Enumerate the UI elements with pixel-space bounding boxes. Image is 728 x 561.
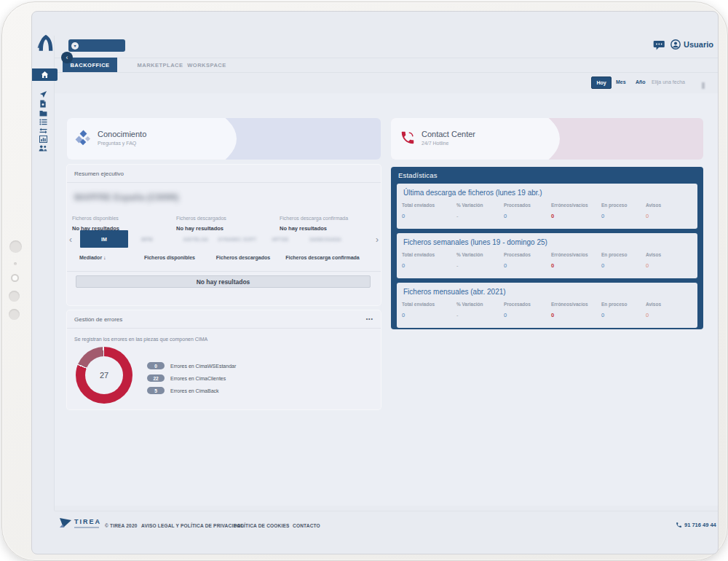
metric: Procesados0 <box>504 203 531 219</box>
footer-link-legal[interactable]: AVISO LEGAL Y POLÍTICA DE PRIVACIDAD <box>141 523 244 528</box>
metric: En proceso0 <box>601 302 627 318</box>
metric-value: - <box>456 312 483 318</box>
users-icon <box>39 145 47 152</box>
stats-section-daily: Última descarga de ficheros (lunes 19 ab… <box>397 184 697 229</box>
legend-badge: 0 <box>147 362 165 369</box>
metric-value: 0 <box>551 312 588 318</box>
errors-donut: 27 <box>76 347 132 404</box>
date-input[interactable]: Elija una fecha <box>652 79 685 85</box>
vendor-tab-active[interactable]: IM <box>80 230 128 248</box>
metric: % Variación- <box>456 302 483 318</box>
panel-menu-button[interactable]: ••• <box>366 316 373 321</box>
estadisticas-title: Estadísticas <box>398 171 438 179</box>
sidebar-item-users[interactable] <box>35 143 51 153</box>
chat-button[interactable] <box>653 40 665 51</box>
metric: Avisos0 <box>646 203 661 219</box>
errors-legend: 0 Errores en CimaWSEstandar 22 Errores e… <box>147 361 236 399</box>
checklist-icon <box>39 119 47 125</box>
donut-total: 27 <box>85 356 123 394</box>
phone-hotline-icon <box>400 130 416 149</box>
metric: Procesados0 <box>504 252 531 269</box>
legend-badge: 22 <box>147 374 165 382</box>
metric: En proceso0 <box>601 203 627 219</box>
metric: Total enviados0 <box>402 252 435 269</box>
metric: Avisos0 <box>646 302 661 318</box>
date-filter-month-button[interactable]: Mes <box>616 79 626 85</box>
metric: Erróneos/vacíos0 <box>551 302 588 318</box>
stats-section-title: Ficheros semanales (lunes 19 - domingo 2… <box>403 238 547 246</box>
footer-tirea-logo[interactable]: TIREA <box>60 518 101 528</box>
summary-column-label: Ficheros descarga confirmada <box>280 216 348 221</box>
date-filter-today-button[interactable]: Hoy <box>591 76 612 89</box>
sidebar-item-home[interactable] <box>32 68 58 81</box>
tabbar-divider <box>54 72 718 73</box>
metric-value: 0 <box>646 213 661 219</box>
conocimiento-card[interactable]: Conocimiento Preguntas y FAQ <box>67 118 381 160</box>
footer-link-contacto[interactable]: CONTACTO <box>293 523 320 528</box>
vendor-tab-blurred[interactable]: DYNAMIC SOFT <box>218 237 256 242</box>
contact-center-card[interactable]: Contact Center 24/7 Hotline <box>391 118 703 160</box>
conocimiento-subtitle: Preguntas y FAQ <box>98 141 136 146</box>
legend-row: 0 Errores en CimaWSEstandar <box>147 361 236 370</box>
user-label: Usuario <box>684 40 713 49</box>
metric: Erróneos/vacíos0 <box>551 252 588 269</box>
company-selector[interactable]: ▾ <box>68 39 125 52</box>
legend-label: Errores en CimaBack <box>170 388 219 393</box>
tirea-triangle-icon <box>60 518 71 527</box>
metric-value: 0 <box>551 262 588 269</box>
vendor-tab-blurred[interactable]: SANEOSADA <box>309 237 341 242</box>
footer-phone-number: 91 716 49 44 <box>684 522 716 528</box>
bezel-camera <box>9 240 22 253</box>
table-header: Ficheros descargados <box>216 255 270 260</box>
legend-label: Errores en CimaClientes <box>170 376 226 381</box>
footer-divider <box>55 511 718 511</box>
table-header: Ficheros disponibles <box>144 255 195 260</box>
vendor-tabs-next-button[interactable]: › <box>376 235 379 245</box>
tab-workspace[interactable]: WORKSPACE <box>186 58 227 72</box>
folder-icon <box>39 110 47 117</box>
metric-value: 0 <box>402 262 435 269</box>
metric-value: 0 <box>601 312 627 318</box>
summary-column-label: Ficheros disponibles <box>72 216 119 221</box>
metric: % Variación- <box>456 252 483 269</box>
table-header: Ficheros descarga confirmada <box>285 255 360 260</box>
knowledge-diamonds-icon <box>76 130 92 146</box>
metric: En proceso0 <box>601 252 627 269</box>
footer-link-cookies[interactable]: POLÍTICA DE COOKIES <box>234 523 290 528</box>
home-icon <box>41 71 49 79</box>
table-header-mediador[interactable]: Mediador ↓ <box>79 255 106 260</box>
contact-center-subtitle: 24/7 Hotline <box>422 141 448 146</box>
tirea-emblem-icon[interactable] <box>36 34 55 54</box>
metric: Procesados0 <box>504 302 531 318</box>
bezel-button-bottom <box>9 309 20 320</box>
sidebar-item-documents[interactable] <box>35 98 51 109</box>
estadisticas-panel: Estadísticas Última descarga de ficheros… <box>391 167 703 329</box>
card-curve-decoration <box>67 118 237 160</box>
sidebar-item-send[interactable] <box>35 89 51 99</box>
vendor-tab-blurred[interactable]: MPM <box>141 237 153 242</box>
chat-bubble-icon <box>653 40 665 51</box>
metric-value: 0 <box>504 213 531 219</box>
user-menu[interactable]: Usuario <box>670 39 713 50</box>
file-icon <box>39 100 47 108</box>
bezel-button-top <box>9 291 20 302</box>
metric-value: 0 <box>601 262 627 269</box>
legend-row: 22 Errores en CimaClientes <box>147 374 236 382</box>
legend-row: 5 Errores en CimaBack <box>147 386 236 395</box>
stats-section-title: Ficheros mensuales (abr. 2021) <box>403 288 506 296</box>
date-filter-year-button[interactable]: Año <box>636 79 646 85</box>
contact-center-title: Contact Center <box>422 130 475 138</box>
send-icon <box>39 90 47 98</box>
vendor-tab-blurred[interactable]: ASITELSA <box>183 237 209 242</box>
tab-marketplace[interactable]: MARKETPLACE <box>138 58 183 72</box>
company-name-blurred: MAPFRE España (C0099) <box>74 192 178 203</box>
legend-label: Errores en CimaWSEstandar <box>170 364 236 369</box>
footer-phone[interactable]: 91 716 49 44 <box>676 522 716 528</box>
metric-value: - <box>456 213 483 219</box>
metric-value: 0 <box>646 262 661 269</box>
collapse-sidebar-button[interactable]: ‹ <box>61 52 73 63</box>
vendor-tabs-prev-button[interactable]: ‹ <box>69 235 72 245</box>
conocimiento-title: Conocimiento <box>98 130 146 138</box>
footer-brand-word: TIREA <box>74 518 101 525</box>
vendor-tab-blurred[interactable]: HPTSE <box>272 237 288 242</box>
